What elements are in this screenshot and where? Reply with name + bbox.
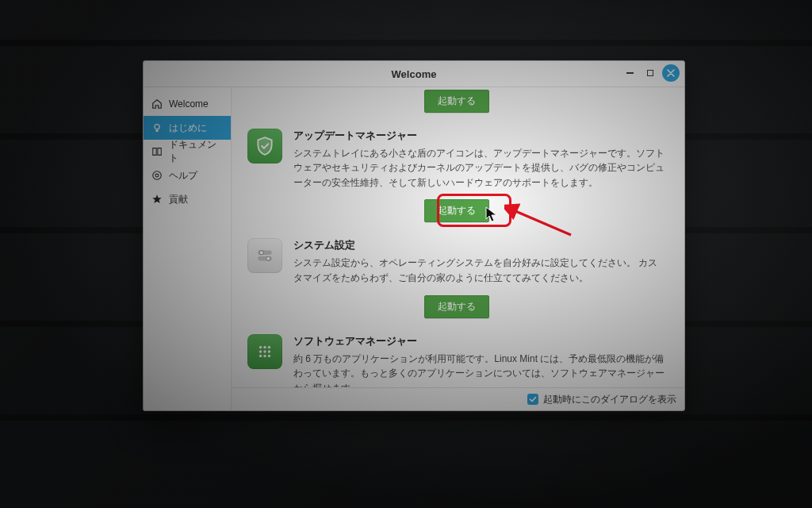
close-button[interactable] <box>662 64 680 82</box>
section-update-manager: アップデートマネージャー システムトレイにある小さな盾のアイコンは、アップデート… <box>232 117 681 195</box>
launch-button-update[interactable]: 起動する <box>424 199 489 222</box>
svg-point-12 <box>263 350 266 352</box>
svg-point-0 <box>155 125 159 129</box>
section-title: システム設定 <box>293 238 665 252</box>
maximize-button[interactable] <box>642 64 659 82</box>
section-software-manager: ソフトウェアマネージャー 約 6 万ものアプリケーションが利用可能です。Linu… <box>232 323 681 387</box>
sidebar-item-welcome[interactable]: Welcome <box>144 92 231 116</box>
scroll-inner: きます。 起動する アップデートマネージャー <box>232 87 684 387</box>
footer-bar: 起動時にこのダイアログを表示 <box>232 387 684 410</box>
welcome-window: Welcome Welcome <box>143 60 685 411</box>
show-on-startup-checkbox[interactable] <box>527 394 538 405</box>
launch-button-settings[interactable]: 起動する <box>424 295 489 318</box>
section-title: アップデートマネージャー <box>293 129 665 143</box>
star-icon <box>151 194 163 205</box>
sidebar-item-contribute[interactable]: 貢献 <box>144 187 231 211</box>
svg-point-14 <box>259 354 262 356</box>
titlebar: Welcome <box>144 61 684 87</box>
sidebar-item-label: ドキュメント <box>169 138 223 165</box>
svg-point-8 <box>259 345 262 348</box>
sidebar-item-label: 貢献 <box>169 193 188 206</box>
home-icon <box>151 98 163 110</box>
desktop-background: Welcome Welcome <box>0 0 812 508</box>
book-icon <box>151 146 163 157</box>
svg-point-1 <box>153 171 162 180</box>
svg-point-10 <box>268 345 270 348</box>
window-controls <box>621 64 680 82</box>
sidebar-item-help[interactable]: ヘルプ <box>144 164 231 187</box>
sidebar-item-label: Welcome <box>169 98 209 110</box>
show-on-startup-label: 起動時にこのダイアログを表示 <box>543 393 676 406</box>
section-desc: 約 6 万ものアプリケーションが利用可能です。Linux Mint には、予め最… <box>293 352 665 387</box>
help-icon <box>151 170 163 181</box>
toggles-icon <box>247 238 282 273</box>
launch-row-previous: 起動する <box>232 90 681 113</box>
section-system-settings: システム設定 システム設定から、オペレーティングシステムを自分好みに設定してくだ… <box>232 227 681 290</box>
sidebar: Welcome はじめに ドキュメント <box>144 87 232 410</box>
sidebar-item-label: はじめに <box>169 121 207 135</box>
sidebar-item-first-steps[interactable]: はじめに <box>144 116 231 140</box>
section-desc: システム設定から、オペレーティングシステムを自分好みに設定してください。 カスタ… <box>293 256 665 285</box>
svg-point-16 <box>268 354 270 356</box>
app-grid-icon <box>247 334 282 369</box>
scroll-area[interactable]: きます。 起動する アップデートマネージャー <box>232 87 684 387</box>
launch-row-settings: 起動する <box>232 295 681 318</box>
lightbulb-icon <box>151 122 163 133</box>
minimize-button[interactable] <box>621 64 638 82</box>
svg-point-4 <box>259 251 263 255</box>
section-title: ソフトウェアマネージャー <box>293 334 665 348</box>
window-body: Welcome はじめに ドキュメント <box>144 87 684 410</box>
launch-row-update: 起動する <box>232 199 681 222</box>
shield-icon <box>247 129 282 164</box>
svg-point-6 <box>266 257 270 261</box>
svg-point-2 <box>155 174 159 177</box>
svg-point-13 <box>268 350 270 352</box>
svg-point-15 <box>263 354 266 356</box>
svg-point-9 <box>263 345 266 348</box>
content-pane: きます。 起動する アップデートマネージャー <box>232 87 684 410</box>
section-desc: システムトレイにある小さな盾のアイコンは、アップデートマネージャーです。ソフトウ… <box>293 146 665 190</box>
svg-point-11 <box>259 350 262 352</box>
launch-button-previous[interactable]: 起動する <box>424 90 489 113</box>
sidebar-item-documentation[interactable]: ドキュメント <box>144 140 231 164</box>
window-title: Welcome <box>392 68 437 80</box>
sidebar-item-label: ヘルプ <box>169 169 197 183</box>
